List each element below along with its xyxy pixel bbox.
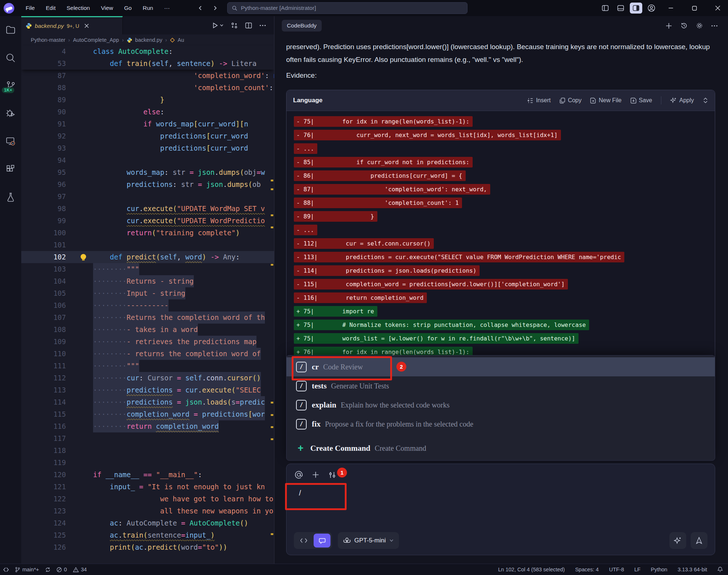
source-control-icon[interactable]: 1K+ <box>5 80 16 92</box>
menu-view[interactable]: View <box>96 3 118 13</box>
language-mode-status[interactable]: Python <box>651 567 667 572</box>
tab-close-icon[interactable] <box>84 23 89 28</box>
menu-more[interactable]: ··· <box>159 3 175 13</box>
code-line-99[interactable]: 99 cur.execute("UPDATE WordPredictio <box>21 215 274 227</box>
settings-gear-icon[interactable] <box>696 22 703 29</box>
testing-icon[interactable] <box>5 191 16 203</box>
lightbulb-icon[interactable] <box>81 254 86 259</box>
mention-icon[interactable] <box>295 471 303 479</box>
extensions-icon[interactable] <box>5 163 16 175</box>
code-line-92[interactable]: 92 predictions[curr_word <box>21 130 274 142</box>
chat-input-text[interactable]: / <box>299 489 301 497</box>
code-line-90[interactable]: 90 else: <box>21 106 274 118</box>
close-button[interactable] <box>707 0 728 16</box>
code-line-122[interactable]: 122 we have got to learn how to <box>21 493 274 505</box>
code-line-93[interactable]: 93 predictions[curr_word <box>21 142 274 154</box>
code-line-125[interactable]: 125 ac.train(sentence=input_) <box>21 529 274 541</box>
code-line-101[interactable]: 101 <box>21 239 274 251</box>
git-branch-status[interactable]: main*+ <box>15 567 39 572</box>
breadcrumb[interactable]: Python-master›AutoComplete_App›backend.p… <box>21 34 274 45</box>
code-line-120[interactable]: 120if __name__ == "__main__": <box>21 469 274 481</box>
indentation-status[interactable]: Spaces: 4 <box>575 567 599 572</box>
new-file-button[interactable]: New File <box>590 97 621 104</box>
code-line-112[interactable]: 112········cur: Cursor = self.conn.curso… <box>21 372 274 384</box>
code-line-108[interactable]: 108········- takes in a word <box>21 324 274 336</box>
command-item-explain[interactable]: /explainExplain how the selected code wo… <box>287 395 715 414</box>
code-line-98[interactable]: 98 cur.execute("UPDATE WordMap SET v <box>21 203 274 215</box>
command-center-search[interactable]: Python-master [Administrator] <box>227 2 468 14</box>
command-item-cr[interactable]: /crCode Review2 <box>287 357 715 376</box>
breadcrumb-item[interactable]: Python-master <box>31 37 65 43</box>
eol-status[interactable]: LF <box>634 567 640 572</box>
command-item-fix[interactable]: /fixPropose a fix for the problems in th… <box>287 414 715 434</box>
code-line-104[interactable]: 104········Returns - string <box>21 275 274 287</box>
code-lines[interactable]: 87 'completion_word': ne88 'completion_c… <box>21 70 274 564</box>
command-item-tests[interactable]: /testsGenerate Unit Tests <box>287 376 715 395</box>
code-line-126[interactable]: 126 print(ac.predict(word="to")) <box>21 541 274 553</box>
warnings-status[interactable]: 34 <box>73 567 87 572</box>
app-logo-icon[interactable] <box>4 3 14 14</box>
search-view-icon[interactable] <box>5 52 16 64</box>
encoding-status[interactable]: UTF-8 <box>609 567 624 572</box>
code-line-119[interactable]: 119 <box>21 457 274 469</box>
code-line-89[interactable]: 89 } <box>21 94 274 106</box>
code-line-87[interactable]: 87 'completion_word': ne <box>21 70 274 82</box>
menu-file[interactable]: File <box>21 3 40 13</box>
menu-edit[interactable]: Edit <box>41 3 60 13</box>
minimize-button[interactable] <box>661 0 681 16</box>
code-line-123[interactable]: 123 all these new weapons in yo <box>21 505 274 517</box>
collapse-code-block-icon[interactable] <box>703 97 708 104</box>
code-line-117[interactable]: 117 <box>21 432 274 445</box>
code-line-124[interactable]: 124 ac: AutoComplete = AutoComplete() <box>21 517 274 529</box>
breadcrumb-item[interactable]: Au <box>178 37 184 43</box>
cursor-position-status[interactable]: Ln 102, Col 4 (583 selected) <box>498 567 565 572</box>
model-selector[interactable]: GPT-5-mini <box>338 532 399 549</box>
code-line-96[interactable]: 96 predictions: str = json.dumps(ob <box>21 178 274 191</box>
code-line-53[interactable]: 53 def train(self, sentence) -> Litera <box>21 58 274 70</box>
code-line-94[interactable]: 94 <box>21 154 274 166</box>
interpreter-status[interactable]: 3.13.3 64-bit <box>677 567 707 572</box>
toggle-sidebar-icon[interactable] <box>599 3 611 14</box>
code-line-91[interactable]: 91 if words_map[curr_word][n <box>21 118 274 130</box>
history-icon[interactable] <box>680 22 688 29</box>
context-settings-icon[interactable]: 1 <box>328 471 336 479</box>
chat-mode-button[interactable] <box>314 534 330 548</box>
remote-indicator[interactable] <box>3 567 9 572</box>
code-line-113[interactable]: 113········predictions = cur.execute("SE… <box>21 384 274 396</box>
code-line-107[interactable]: 107········Returns the completion word o… <box>21 312 274 324</box>
attach-icon[interactable] <box>312 471 319 479</box>
code-line-116[interactable]: 116········return completion_word <box>21 420 274 432</box>
panel-more-icon[interactable] <box>711 25 718 27</box>
code-line-121[interactable]: 121 input_ = "It is not enough to just k… <box>21 481 274 493</box>
menu-go[interactable]: Go <box>119 3 137 13</box>
code-line-114[interactable]: 114········predictions = json.loads(s=pr… <box>21 396 274 408</box>
code-line-95[interactable]: 95 words_map: str = json.dumps(obj=w <box>21 166 274 178</box>
code-line-110[interactable]: 110········- returns the completion word… <box>21 348 274 360</box>
code-line-115[interactable]: 115········completion_word = predictions… <box>21 408 274 420</box>
new-chat-icon[interactable] <box>665 22 672 29</box>
breadcrumb-item[interactable]: AutoComplete_App <box>73 37 119 43</box>
insert-button[interactable]: Insert <box>527 97 551 104</box>
breadcrumb-item[interactable]: backend.py <box>135 37 162 43</box>
editor-more-actions-icon[interactable] <box>259 25 266 26</box>
code-line-4[interactable]: 4class AutoComplete: <box>21 45 274 58</box>
apply-button[interactable]: Apply <box>670 97 694 104</box>
maximize-button[interactable] <box>684 0 705 16</box>
tab-backend-py[interactable]: backend.py 9+, U <box>21 16 123 34</box>
menu-run[interactable]: Run <box>138 3 158 13</box>
chat-input-card[interactable]: 1 / GPT-5-mini <box>286 464 715 555</box>
code-line-105[interactable]: 105········Input - string <box>21 287 274 299</box>
code-line-106[interactable]: 106········---------- <box>21 299 274 312</box>
send-button[interactable] <box>691 532 707 549</box>
code-line-97[interactable]: 97 <box>21 191 274 203</box>
panel-title[interactable]: CodeBuddy <box>282 20 322 32</box>
toggle-panel-icon[interactable] <box>614 3 627 14</box>
code-line-100[interactable]: 100 return("training complete") <box>21 227 274 239</box>
account-icon[interactable] <box>645 3 658 14</box>
copy-button[interactable]: Copy <box>559 97 581 104</box>
toggle-secondary-sidebar-icon[interactable] <box>630 3 642 14</box>
open-changes-icon[interactable] <box>231 22 238 29</box>
code-line-118[interactable]: 118 <box>21 445 274 457</box>
debug-icon[interactable] <box>5 108 16 119</box>
code-line-103[interactable]: 103········""" <box>21 263 274 275</box>
